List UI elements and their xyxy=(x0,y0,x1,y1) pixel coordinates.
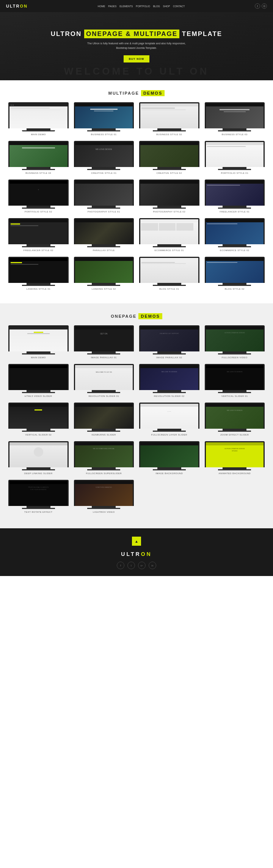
onepage-item[interactable]: WE DO SOMETHING SPECIAL FULLSCREEN SUPER… xyxy=(74,441,134,475)
back-to-top[interactable]: ▲ xyxy=(132,537,141,546)
facebook-icon[interactable]: f xyxy=(255,3,260,9)
onepage-item[interactable]: WE LOVE TO DESIGN REVOLUTION SLIDER 02 xyxy=(139,364,199,397)
onepage-item[interactable]: HTML5 VIDEO SLIDER xyxy=(8,364,69,397)
onepage-label: HTML5 VIDEO SLIDER xyxy=(25,395,52,397)
hero-title: ULTRON ONEPAGE & MULTIPAGE TEMPLATE xyxy=(51,30,222,38)
footer-twitter-icon[interactable]: t xyxy=(127,562,135,569)
demo-label: FREELANCER STYLE 01 xyxy=(220,211,249,213)
demo-item[interactable]: PHOTOGRAPHY STYLE 01 xyxy=(74,180,134,213)
demo-item[interactable]: WE LOVE DESIGN CREATIVE STYLE 01 xyxy=(74,141,134,174)
demo-label: FREELANCER STYLE 02 xyxy=(24,249,53,251)
onepage-label: ZOOM EFFECT SLIDER xyxy=(220,434,249,436)
onepage-label: REVOLUTION SLIDER 02 xyxy=(154,395,185,397)
demo-label: PORTFOLIO STYLE 02 xyxy=(25,211,52,213)
onepage-item[interactable]: MAIN DEMO xyxy=(8,325,69,359)
onepage-item[interactable]: ULTRON CREATIVE DESIGN FULLSCREEN VIDEO xyxy=(205,325,265,359)
demo-label: LANDING STYLE 02 xyxy=(92,288,116,290)
multipage-title: MULTIPAGE DEMOS xyxy=(0,80,273,102)
onepage-title: ONEPAGE DEMOS xyxy=(0,303,273,325)
onepage-item[interactable]: VERTICAL SLIDER 02 xyxy=(8,403,69,436)
onepage-label: MAIN DEMO xyxy=(31,356,46,359)
nav-links: HOME PAGES ELEMENTS PORTFOLIO BLOG SHOP … xyxy=(98,5,185,8)
onepage-item[interactable]: WELCOME TO ULT ON REVOLUTION SLIDER 01 xyxy=(74,364,134,397)
onepage-item[interactable]: IMAGE BACKGROUND xyxy=(139,441,199,475)
nav-portfolio[interactable]: PORTFOLIO xyxy=(136,5,150,8)
onepage-label: LIGHTBOX VIDEO xyxy=(93,511,115,513)
nav-blog[interactable]: BLOG xyxy=(153,5,160,8)
onepage-label: FULLSCREEN VIDEO xyxy=(222,356,248,359)
hero-overlay-text: WELCOME TO ULT ON xyxy=(0,66,273,77)
nav-contact[interactable]: CONTACT xyxy=(173,5,185,8)
onepage-item[interactable]: KENBURNS SLIDER xyxy=(74,403,134,436)
demo-label: ECOMMERCE STYLE 01 xyxy=(154,249,184,251)
onepage-label: IMAGE BACKGROUND xyxy=(155,472,183,475)
social-icon-2[interactable]: ◎ xyxy=(262,3,267,9)
monitor-wrap xyxy=(8,102,69,131)
navigation: ULTRON HOME PAGES ELEMENTS PORTFOLIO BLO… xyxy=(0,0,273,12)
demo-item[interactable]: BUSINESS STYLE 04 xyxy=(8,141,69,174)
onepage-item[interactable]: _ _ _ FULLSCREEN LAYER SLIDER xyxy=(139,403,199,436)
demo-item[interactable]: PORTFOLIO STYLE 01 xyxy=(205,141,265,174)
demo-item[interactable]: LANDING STYLE 01 xyxy=(8,257,69,290)
demo-item[interactable]: BUSINESS STYLE 02 xyxy=(139,102,199,136)
onepage-item[interactable]: DEEP LINKING SLIDER xyxy=(8,441,69,475)
onepage-item[interactable]: PROFESSIONAL ELEMENTSFOR YOUR BUSINESS T… xyxy=(8,480,69,513)
nav-shop[interactable]: SHOP xyxy=(163,5,170,8)
nav-social-icons: f ◎ xyxy=(255,3,267,9)
demo-item[interactable]: MAIN DEMO xyxy=(8,102,69,136)
onepage-label: IMAGE PARALLAX 01 xyxy=(91,356,117,359)
demo-label: ECOMMERCE STYLE 02 xyxy=(220,249,249,251)
demo-label: PHOTOGRAPHY STYLE 02 xyxy=(153,211,185,213)
demo-item[interactable]: BUSINESS STYLE 03 xyxy=(205,102,265,136)
demo-item[interactable]: BLOG STYLE 01 xyxy=(139,257,199,290)
footer: ▲ ULTRON f t g+ in xyxy=(0,528,273,576)
onepage-item[interactable]: WE LOVE TO DESIGN VERTICAL SLIDER 01 xyxy=(205,364,265,397)
demo-label: CREATIVE STYLE 02 xyxy=(157,172,182,174)
multipage-tag: DEMOS xyxy=(141,90,165,96)
demo-item[interactable]: CREATIVE STYLE 02 xyxy=(139,141,199,174)
onepage-item[interactable]: ULTRON CREATIVE DESIGNSTUDIO ANIMATED BA… xyxy=(205,441,265,475)
multipage-grid: MAIN DEMO BUSINESS STYLE 01 BUSINESS STY… xyxy=(0,102,273,290)
demo-label: PHOTOGRAPHY STYLE 01 xyxy=(88,211,120,213)
footer-social-icons: f t g+ in xyxy=(8,562,265,569)
hero-subtitle: The Ultron is fully featured with one & … xyxy=(51,41,222,50)
onepage-label: KENBURNS SLIDER xyxy=(92,434,116,436)
onepage-label: REVOLUTION SLIDER 01 xyxy=(88,395,119,397)
demo-item[interactable]: FREELANCER STYLE 02 xyxy=(8,218,69,251)
onepage-label: DEEP LINKING SLIDER xyxy=(24,472,53,475)
footer-facebook-icon[interactable]: f xyxy=(117,562,124,569)
demo-item[interactable]: BUSINESS STYLE 01 xyxy=(74,102,134,136)
hero-section: WELCOME TO ULT ON ULTRON ONEPAGE & MULTI… xyxy=(0,12,273,80)
logo[interactable]: ULTRON xyxy=(6,4,28,8)
demo-item[interactable]: ECOMMERCE STYLE 01 xyxy=(139,218,199,251)
onepage-label: TEXT ROTATE EFFECT xyxy=(24,511,52,513)
demo-item[interactable]: ● PORTFOLIO STYLE 02 xyxy=(8,180,69,213)
nav-pages[interactable]: PAGES xyxy=(108,5,116,8)
onepage-item[interactable]: SOMETHING AMAZING LIGHTBOX VIDEO xyxy=(74,480,134,513)
onepage-item[interactable]: WE LOVE TO DESIGN ZOOM EFFECT SLIDER xyxy=(205,403,265,436)
buy-now-button[interactable]: BUY NOW xyxy=(124,55,150,62)
demo-item[interactable]: ECOMMERCE STYLE 02 xyxy=(205,218,265,251)
demo-label: PARALLAX STYLE xyxy=(93,249,115,251)
demo-item[interactable]: PHOTOGRAPHY STYLE 02 xyxy=(139,180,199,213)
onepage-label: IMAGE PARALLAX 02 xyxy=(156,356,182,359)
footer-google-icon[interactable]: g+ xyxy=(138,562,146,569)
hero-highlight: ONEPAGE & MULTIPAGE xyxy=(84,30,179,38)
onepage-item[interactable]: UNLIMITED 24/7 SUPPORT IMAGE PARALLAX 02 xyxy=(139,325,199,359)
demo-item[interactable]: PARALLAX STYLE xyxy=(74,218,134,251)
hero-content: ULTRON ONEPAGE & MULTIPAGE TEMPLATE The … xyxy=(51,30,222,63)
demo-label: BUSINESS STYLE 04 xyxy=(25,172,51,174)
onepage-label: VERTICAL SLIDER 02 xyxy=(25,434,52,436)
demo-item[interactable]: FREELANCER STYLE 01 xyxy=(205,180,265,213)
demo-label: BUSINESS STYLE 01 xyxy=(91,133,117,136)
demo-label: CREATIVE STYLE 01 xyxy=(91,172,116,174)
footer-linkedin-icon[interactable]: in xyxy=(149,562,156,569)
nav-elements[interactable]: ELEMENTS xyxy=(119,5,133,8)
onepage-section: ONEPAGE DEMOS MAIN DEMO GET ON IMAGE PAR… xyxy=(0,303,273,528)
onepage-item[interactable]: GET ON IMAGE PARALLAX 01 xyxy=(74,325,134,359)
onepage-label: FULLSCREEN LAYER SLIDER xyxy=(151,434,187,436)
demo-item[interactable]: LANDING STYLE 02 xyxy=(74,257,134,290)
demo-label: PORTFOLIO STYLE 01 xyxy=(221,172,248,174)
nav-home[interactable]: HOME xyxy=(98,5,105,8)
demo-item[interactable]: BLOG STYLE 02 xyxy=(205,257,265,290)
